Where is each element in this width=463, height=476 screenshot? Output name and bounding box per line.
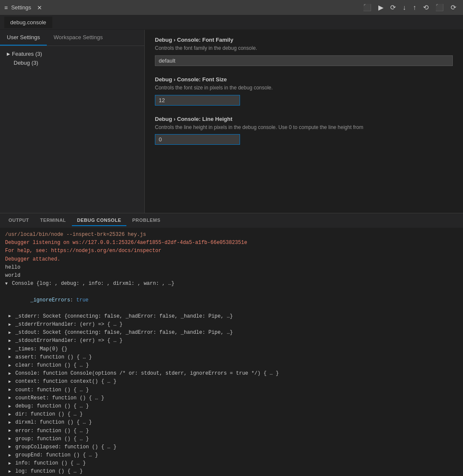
- expand-icon[interactable]: ▶: [9, 362, 14, 369]
- bottom-panel: OUTPUT TERMINAL DEBUG CONSOLE PROBLEMS /…: [0, 213, 463, 476]
- console-line: ▶ _stderr: Socket {connecting: false, _h…: [5, 313, 458, 321]
- menu-icon: ≡: [4, 4, 8, 11]
- expand-icon[interactable]: ▶: [9, 419, 14, 426]
- title-text: Settings: [11, 4, 31, 11]
- expand-icon[interactable]: ▶: [9, 330, 14, 336]
- setting-font-family-title: Debug › Console: Font Family: [155, 37, 453, 43]
- setting-line-height: Debug › Console: Line Height Controls th…: [155, 116, 453, 145]
- settings-tree: ▶ Features (3) Debug (3): [0, 46, 144, 71]
- expand-icon[interactable]: ▶: [9, 387, 14, 393]
- console-line: ▶ group: function () { … }: [5, 435, 458, 443]
- tab-output[interactable]: OUTPUT: [3, 215, 34, 226]
- console-line: /usr/local/bin/node --inspect-brk=25326 …: [5, 231, 458, 239]
- debug-continue[interactable]: ▶: [376, 3, 386, 12]
- setting-font-size-title: Debug › Console: Font Size: [155, 76, 453, 83]
- tab-debug-console[interactable]: DEBUG CONSOLE: [72, 215, 126, 226]
- font-family-input[interactable]: [155, 55, 453, 66]
- console-line: ▶ info: function () { … }: [5, 459, 458, 467]
- console-line: ▶ context: function context() { … }: [5, 378, 458, 386]
- console-line: Debugger attached.: [5, 255, 458, 264]
- expand-icon[interactable]: ▶: [9, 403, 14, 410]
- console-line: ▶ error: function () { … }: [5, 427, 458, 435]
- expand-icon[interactable]: ▶: [9, 313, 14, 320]
- tree-features[interactable]: ▶ Features (3): [0, 49, 144, 58]
- setting-line-height-desc: Controls the line height in pixels in th…: [155, 124, 453, 131]
- console-line: ▼ Console {log: , debug: , info: , dirxm…: [5, 280, 458, 288]
- console-line: ▶ _stderrErrorHandler: (err) => { … }: [5, 321, 458, 329]
- console-line: ▶ countReset: function () { … }: [5, 394, 458, 402]
- settings-sidebar: User Settings Workspace Settings ▶ Featu…: [0, 30, 145, 213]
- console-line: ▶ Console: function Console(options /* o…: [5, 370, 458, 378]
- toolbar-actions: ⬛ ▶ ⟳ ↓ ↑ ⟲ ⬛ ⟳: [360, 3, 459, 12]
- expand-icon[interactable]: ▼: [5, 281, 10, 287]
- tab-problems[interactable]: PROBLEMS: [127, 215, 166, 226]
- tab-user-settings[interactable]: User Settings: [0, 30, 47, 46]
- expand-icon[interactable]: ▶: [9, 427, 14, 434]
- setting-font-size: Debug › Console: Font Size Controls the …: [155, 76, 453, 106]
- debug-step-out-down[interactable]: ↓: [400, 3, 409, 12]
- font-size-input[interactable]: [155, 95, 240, 106]
- console-line: hello: [5, 264, 458, 272]
- tree-debug[interactable]: Debug (3): [0, 58, 144, 67]
- debug-step-out-up[interactable]: ↑: [410, 3, 419, 12]
- console-line: ▶ dir: function () { … }: [5, 410, 458, 419]
- console-line: ▶ _stdoutErrorHandler: (err) => { … }: [5, 337, 458, 345]
- settings-panel: User Settings Workspace Settings ▶ Featu…: [0, 30, 463, 213]
- console-line: _ignoreErrors: true: [5, 288, 458, 313]
- expand-icon[interactable]: ▶: [9, 444, 14, 450]
- expand-icon[interactable]: ▶: [9, 338, 14, 344]
- debug-step-over[interactable]: ⬛: [360, 3, 374, 12]
- expand-icon[interactable]: ▶: [9, 436, 14, 442]
- console-output: /usr/local/bin/node --inspect-brk=25326 …: [0, 228, 463, 476]
- setting-font-size-desc: Controls the font size in pixels in the …: [155, 84, 453, 92]
- debug-disconnect[interactable]: ⟳: [448, 3, 459, 12]
- expand-icon[interactable]: ▶: [9, 452, 14, 459]
- setting-line-height-title: Debug › Console: Line Height: [155, 116, 453, 122]
- console-line: ▶ count: function () { … }: [5, 386, 458, 394]
- debug-restart[interactable]: ⟲: [420, 3, 431, 12]
- console-line: ▶ _stdout: Socket {connecting: false, _h…: [5, 329, 458, 337]
- expand-icon[interactable]: ▶: [9, 395, 14, 401]
- arrow-icon: ▶: [7, 52, 10, 56]
- tab-bar: debug.console: [0, 15, 463, 30]
- setting-font-family-desc: Controls the font family in the debug co…: [155, 45, 453, 52]
- expand-icon[interactable]: ▶: [9, 460, 14, 467]
- settings-content: Debug › Console: Font Family Controls th…: [145, 30, 463, 213]
- console-line: ▶ _times: Map(0) {}: [5, 345, 458, 353]
- console-line: For help, see: https://nodejs.org/en/doc…: [5, 247, 458, 255]
- expand-icon[interactable]: ▶: [9, 354, 14, 361]
- console-line: ▶ groupCollapsed: function () { … }: [5, 443, 458, 451]
- close-button[interactable]: ✕: [37, 4, 42, 11]
- expand-icon[interactable]: ▶: [9, 321, 14, 328]
- debug-step-into[interactable]: ⟳: [388, 3, 398, 12]
- tab-terminal[interactable]: TERMINAL: [35, 215, 71, 226]
- console-line: ▶ dirxml: function () { … }: [5, 419, 458, 427]
- settings-tabs: User Settings Workspace Settings: [0, 30, 144, 46]
- setting-font-family: Debug › Console: Font Family Controls th…: [155, 37, 453, 66]
- expand-icon[interactable]: ▶: [9, 370, 14, 377]
- bottom-tabs: OUTPUT TERMINAL DEBUG CONSOLE PROBLEMS: [0, 213, 463, 228]
- debug-console-tab[interactable]: debug.console: [4, 17, 53, 28]
- expand-icon[interactable]: ▶: [9, 468, 14, 475]
- console-line: ▶ groupEnd: function () { … }: [5, 451, 458, 459]
- expand-icon[interactable]: ▶: [9, 411, 14, 418]
- console-line: ▶ debug: function () { … }: [5, 402, 458, 410]
- debug-stop[interactable]: ⬛: [433, 3, 446, 12]
- console-line: ▶ log: function () { … }: [5, 467, 458, 476]
- console-line: Debugger listening on ws://127.0.0.1:253…: [5, 239, 458, 247]
- console-line: ▶ clear: function () { … }: [5, 361, 458, 370]
- console-line: world: [5, 272, 458, 280]
- expand-icon[interactable]: ▶: [9, 379, 14, 385]
- expand-icon[interactable]: ▶: [9, 346, 14, 353]
- line-height-input[interactable]: [155, 134, 240, 145]
- tab-workspace-settings[interactable]: Workspace Settings: [47, 30, 109, 46]
- console-line: ▶ assert: function () { … }: [5, 353, 458, 361]
- title-bar: ≡ Settings ✕ ⬛ ▶ ⟳ ↓ ↑ ⟲ ⬛ ⟳: [0, 0, 463, 15]
